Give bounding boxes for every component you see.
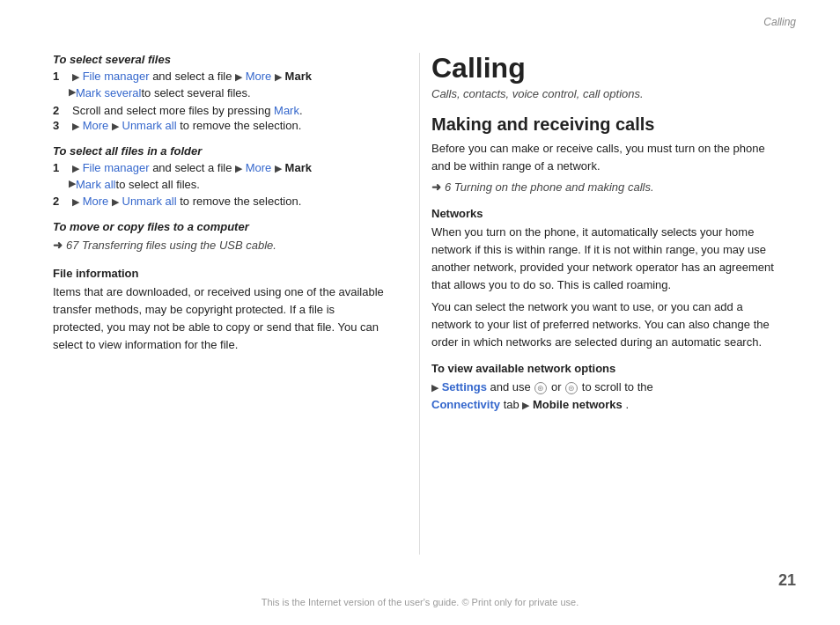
arrow-icon13: ▶ xyxy=(431,382,438,393)
networks-para2: You can select the network you want to u… xyxy=(431,298,784,351)
unmark-all-link1[interactable]: Unmark all xyxy=(122,119,177,132)
page-header: Calling xyxy=(763,16,796,28)
step1-sub: ▶ Mark several to select several files. xyxy=(69,85,387,102)
page: Calling To select several files 1 ▶ File… xyxy=(0,0,840,625)
sec2-step2: 2 ▶ More ▶ Unmark all to remove the sele… xyxy=(53,195,387,208)
mark-bold1: Mark xyxy=(285,70,312,83)
sec2-step1-content: ▶ File manager and select a file ▶ More … xyxy=(72,161,387,174)
more-link3[interactable]: More xyxy=(246,161,272,174)
step3: 3 ▶ More ▶ Unmark all to remove the sele… xyxy=(53,119,387,132)
header-label: Calling xyxy=(763,16,796,28)
unmark-all-link2[interactable]: Unmark all xyxy=(122,195,177,208)
network-options-content: ▶ Settings and use ⊛ or ⊜ to scroll to t… xyxy=(431,379,784,414)
arrow-icon14: ▶ xyxy=(522,400,529,410)
step2: 2 Scroll and select more files by pressi… xyxy=(53,104,387,117)
making-receiving-heading: Making and receiving calls xyxy=(431,114,784,135)
sec2-step2-content: ▶ More ▶ Unmark all to remove the select… xyxy=(72,195,387,208)
scroll-right-icon: ⊜ xyxy=(565,382,578,394)
network-options-text4: to scroll to the xyxy=(582,380,653,393)
network-options-text5: tab xyxy=(504,398,523,411)
page-number: 21 xyxy=(778,571,796,590)
section4-heading: File information xyxy=(53,267,387,280)
footer-text: This is the Internet version of the user… xyxy=(262,597,579,607)
section2-steps: 1 ▶ File manager and select a file ▶ Mor… xyxy=(53,161,387,209)
mark-all-link[interactable]: Mark all xyxy=(76,176,116,194)
intro-para: Before you can make or receive calls, yo… xyxy=(431,140,784,175)
main-title: Calling xyxy=(431,53,784,84)
arrow-icon11: ▶ xyxy=(72,196,79,207)
sec2-step1-sub: ▶ Mark all to select all files. xyxy=(69,176,387,194)
more-link4[interactable]: More xyxy=(83,195,109,208)
section2-title: To select all files in a folder xyxy=(53,144,387,158)
network-options-text3: or xyxy=(551,380,564,393)
right-column: Calling Calls, contacts, voice control, … xyxy=(431,53,784,414)
section1-title: To select several files xyxy=(53,53,387,66)
step2-num: 2 xyxy=(53,104,69,117)
arrow-icon4: ▶ xyxy=(69,85,76,99)
arrow-icon5: ▶ xyxy=(72,121,79,131)
page-footer: This is the Internet version of the user… xyxy=(0,597,840,607)
network-options-text6: . xyxy=(625,398,629,411)
networks-para2-text: You can select the network you want to u… xyxy=(431,300,770,349)
networks-para1: When you turn on the phone, it automatic… xyxy=(431,224,784,295)
arrow-ref-icon2: ➜ xyxy=(431,179,441,196)
network-options-section: To view available network options ▶ Sett… xyxy=(431,362,784,414)
section3-ref: ➜ 67 Transferring files using the USB ca… xyxy=(53,237,387,254)
step1-content: ▶ File manager and select a file ▶ More … xyxy=(72,70,387,83)
sec2-step2-num: 2 xyxy=(53,195,69,208)
arrow-icon7: ▶ xyxy=(72,163,79,173)
arrow-icon: ▶ xyxy=(72,71,79,82)
mark-several-link[interactable]: Mark several xyxy=(76,85,141,102)
intro-ref: ➜ 6 Turning on the phone and making call… xyxy=(431,179,784,196)
section3-title: To move or copy files to a computer xyxy=(53,220,387,233)
more-link2[interactable]: More xyxy=(83,119,109,132)
column-divider xyxy=(419,53,420,555)
settings-link[interactable]: Settings xyxy=(442,380,487,393)
network-options-heading: To view available network options xyxy=(431,362,784,375)
section4-body: Items that are downloaded, or received u… xyxy=(53,283,387,355)
arrow-icon8: ▶ xyxy=(235,163,242,173)
arrow-icon6: ▶ xyxy=(112,121,119,131)
arrow-ref-icon: ➜ xyxy=(53,237,63,254)
arrow-icon12: ▶ xyxy=(112,196,119,207)
arrow-icon2: ▶ xyxy=(235,71,242,82)
sec2-step1: 1 ▶ File manager and select a file ▶ Mor… xyxy=(53,161,387,174)
step3-content: ▶ More ▶ Unmark all to remove the select… xyxy=(72,119,387,132)
file-manager-link2[interactable]: File manager xyxy=(83,161,150,174)
step1: 1 ▶ File manager and select a file ▶ Mor… xyxy=(53,70,387,83)
network-options-text2: and use xyxy=(490,380,534,393)
more-link1[interactable]: More xyxy=(246,70,272,83)
step3-num: 3 xyxy=(53,119,69,132)
networks-heading: Networks xyxy=(431,207,784,220)
sec2-step1-num: 1 xyxy=(53,161,69,174)
arrow-icon9: ▶ xyxy=(275,163,282,173)
file-manager-link1[interactable]: File manager xyxy=(83,70,150,83)
step1-num: 1 xyxy=(53,70,69,83)
intro-ref-text: 6 Turning on the phone and making calls. xyxy=(445,179,654,196)
mark-link2[interactable]: Mark xyxy=(274,104,299,117)
step2-content: Scroll and select more files by pressing… xyxy=(72,104,387,117)
left-column: To select several files 1 ▶ File manager… xyxy=(53,53,387,357)
section1-steps: 1 ▶ File manager and select a file ▶ Mor… xyxy=(53,70,387,132)
arrow-icon10: ▶ xyxy=(69,176,76,191)
mobile-networks-text: Mobile networks xyxy=(533,398,623,411)
main-subtitle: Calls, contacts, voice control, call opt… xyxy=(431,87,784,100)
section3-ref-text: 67 Transferring files using the USB cabl… xyxy=(66,237,276,254)
mark-bold2: Mark xyxy=(285,161,312,174)
scroll-left-icon: ⊛ xyxy=(534,382,547,394)
arrow-icon3: ▶ xyxy=(275,71,282,82)
connectivity-link[interactable]: Connectivity xyxy=(431,398,500,411)
